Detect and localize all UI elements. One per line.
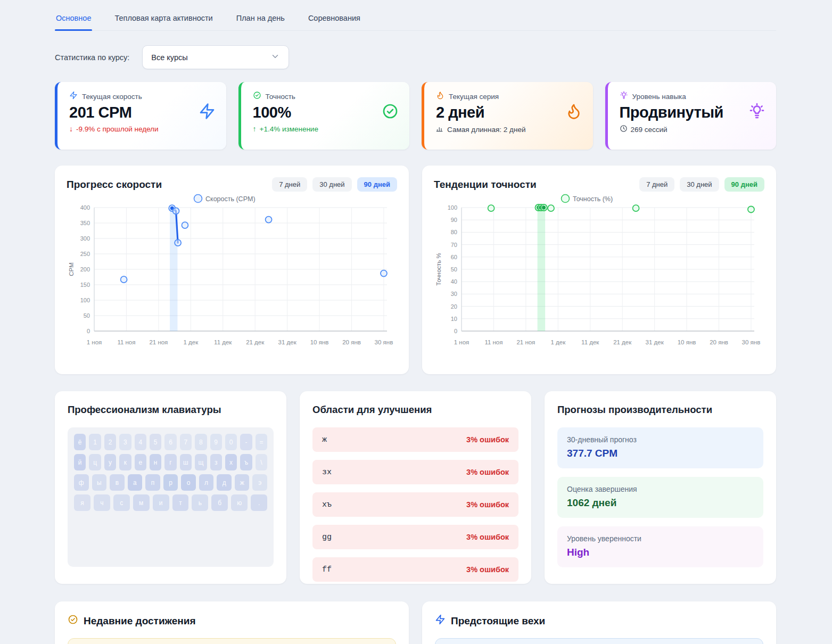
svg-text:50: 50 xyxy=(451,266,457,273)
svg-text:21 дек: 21 дек xyxy=(246,339,265,345)
svg-text:250: 250 xyxy=(80,251,90,257)
tab-main[interactable]: Основное xyxy=(55,11,92,30)
speed-range-30-дней[interactable]: 30 дней xyxy=(312,177,351,192)
svg-text:Точность %: Точность % xyxy=(435,253,442,285)
stat-note-text: 269 сессий xyxy=(631,126,668,134)
tab-daily-plan[interactable]: План на день xyxy=(235,11,286,30)
key-1: 1 xyxy=(89,434,101,450)
key--: - xyxy=(240,434,252,450)
improvement-areas-list: ж3% ошибокзх3% ошибокхъ3% ошибокgg3% оши… xyxy=(312,427,518,582)
svg-text:31 дек: 31 дек xyxy=(278,339,297,345)
key-ю: ю xyxy=(231,494,248,511)
key-р: р xyxy=(163,474,178,491)
check-circle-icon xyxy=(382,103,399,122)
accuracy-chart: 01020304050607080901001 ноя11 ноя21 ноя1… xyxy=(434,192,763,352)
accuracy-range-30-дней[interactable]: 30 дней xyxy=(680,177,719,192)
improvement-item-ff: ff3% ошибок xyxy=(312,557,518,582)
svg-text:20 янв: 20 янв xyxy=(710,339,728,345)
typing-stats-dashboard: ОсновноеТепловая карта активностиПлан на… xyxy=(0,0,832,644)
svg-text:60: 60 xyxy=(451,254,457,260)
key-ж: ж xyxy=(235,474,250,491)
recent-achievements-card: Недавние достижения xyxy=(55,601,409,644)
svg-text:20: 20 xyxy=(451,303,457,310)
svg-text:0: 0 xyxy=(87,328,90,334)
key-э: э xyxy=(252,474,267,491)
key-л: л xyxy=(199,474,214,491)
bottom-row: Профессионализм клавиатуры ё1234567890-=… xyxy=(55,391,776,584)
svg-text:11 дек: 11 дек xyxy=(581,339,599,345)
speed-range-7-дней[interactable]: 7 дней xyxy=(272,177,307,192)
accuracy-range-90-дней[interactable]: 90 дней xyxy=(724,177,764,192)
svg-text:350: 350 xyxy=(80,220,90,226)
svg-text:CPM: CPM xyxy=(68,262,75,276)
stat-note-text: Самая длинная: 2 дней xyxy=(447,126,525,134)
svg-text:30: 30 xyxy=(451,291,457,297)
speed-chart-title: Прогресс скорости xyxy=(67,179,162,191)
accuracy-range-buttons: 7 дней30 дней90 дней xyxy=(639,177,764,192)
key-ц: ц xyxy=(89,454,101,470)
key-ф: ф xyxy=(74,474,89,491)
arrow-down-icon: ↓ xyxy=(69,125,73,133)
improvement-key: хъ xyxy=(322,500,332,509)
stat-card-streak-value-row: 2 дней xyxy=(436,103,582,122)
speed-range-buttons: 7 дней30 дней90 дней xyxy=(272,177,397,192)
speed-range-90-дней[interactable]: 90 дней xyxy=(357,177,397,192)
stat-note-text: +1.4% изменение xyxy=(260,125,318,133)
svg-text:Скорость (CPM): Скорость (CPM) xyxy=(205,195,256,203)
stat-label: Уровень навыка xyxy=(632,93,686,101)
tab-competitions[interactable]: Соревнования xyxy=(307,11,361,30)
chevron-down-icon xyxy=(270,52,280,63)
key-ы: ы xyxy=(92,474,107,491)
svg-text:400: 400 xyxy=(80,204,90,211)
stats-row: Текущая скорость201 CPM↓-9.9% с прошлой … xyxy=(55,82,776,150)
prediction-confidence-level: Уровень уверенностиHigh xyxy=(557,526,763,567)
svg-text:150: 150 xyxy=(80,282,90,288)
speed-chart: 0501001502002503003504001 ноя11 ноя21 но… xyxy=(67,192,396,352)
keyboard-row-4: ячсмитьбю. xyxy=(74,494,267,511)
clock-icon xyxy=(620,125,628,134)
stat-card-streak-header: Текущая серия xyxy=(436,91,582,102)
key-в: в xyxy=(110,474,125,491)
stat-card-speed-header: Текущая скорость xyxy=(69,91,216,102)
improvement-areas-title: Области для улучшения xyxy=(312,404,518,416)
svg-text:10 янв: 10 янв xyxy=(310,339,329,345)
speed-chart-card: Прогресс скорости 7 дней30 дней90 дней 0… xyxy=(55,166,409,374)
predictions-list: 30-дневный прогноз377.7 CPMОценка заверш… xyxy=(557,427,763,567)
key-=: = xyxy=(256,434,267,450)
svg-text:70: 70 xyxy=(451,242,457,248)
key-\: \ xyxy=(256,454,267,470)
upcoming-milestones-card: Предстоящие вехи xyxy=(422,601,776,644)
tab-bar: ОсновноеТепловая карта активностиПлан на… xyxy=(55,11,776,31)
stat-note: Самая длинная: 2 дней xyxy=(436,125,582,134)
course-select[interactable]: Все курсы xyxy=(142,45,289,69)
stat-note-text: -9.9% с прошлой недели xyxy=(76,125,159,133)
improvement-key: зх xyxy=(322,468,332,477)
prediction-completion-estimate: Оценка завершения1062 дней xyxy=(557,477,763,518)
stat-card-skill: Уровень навыкаПродвинутый269 сессий xyxy=(605,82,777,150)
key-6: 6 xyxy=(164,434,176,450)
improvement-error-rate: 3% ошибок xyxy=(466,435,509,444)
zap-icon xyxy=(69,91,78,102)
keyboard-row-2: йцукенгшщзхъ\ xyxy=(74,454,267,470)
improvement-item-хъ: хъ3% ошибок xyxy=(312,492,518,517)
key-д: д xyxy=(217,474,232,491)
bulb-icon xyxy=(748,103,765,122)
prediction-value: High xyxy=(567,547,754,558)
key-н: н xyxy=(150,454,161,470)
improvement-error-rate: 3% ошибок xyxy=(466,500,509,509)
improvement-error-rate: 3% ошибок xyxy=(466,565,509,574)
svg-text:90: 90 xyxy=(451,217,457,223)
svg-text:1 ноя: 1 ноя xyxy=(87,339,102,345)
svg-text:1 ноя: 1 ноя xyxy=(454,339,469,345)
key-к: к xyxy=(119,454,131,470)
prediction-label: Уровень уверенности xyxy=(567,534,754,543)
tab-activity-heatmap[interactable]: Тепловая карта активности xyxy=(113,11,213,30)
improvement-item-зх: зх3% ошибок xyxy=(312,460,518,484)
svg-text:21 ноя: 21 ноя xyxy=(516,339,535,345)
accuracy-range-7-дней[interactable]: 7 дней xyxy=(639,177,674,192)
keyboard-heatmap: ё1234567890-=йцукенгшщзхъ\фывапролджэячс… xyxy=(68,427,274,567)
stat-label: Текущая скорость xyxy=(82,93,142,101)
course-filter-label: Статистика по курсу: xyxy=(55,53,129,62)
stat-value: Продвинутый xyxy=(620,104,723,121)
svg-text:10 янв: 10 янв xyxy=(678,339,696,345)
